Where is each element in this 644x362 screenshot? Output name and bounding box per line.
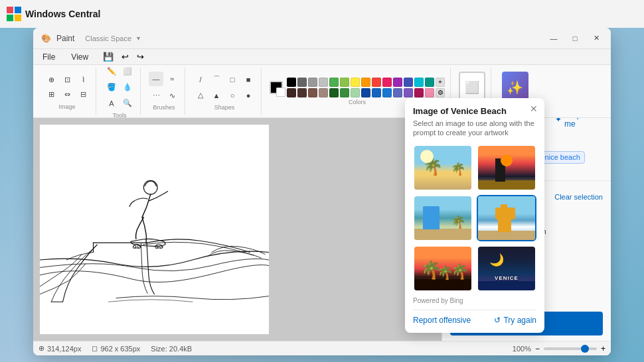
zoom-in-btn[interactable]: +	[601, 344, 605, 353]
popup-subtitle: Select an image to use along with the pr…	[413, 119, 536, 138]
image-tools-row: ⊕ ⊡ ⌇	[44, 73, 90, 88]
color-rose[interactable]	[425, 88, 434, 97]
close-button[interactable]: ✕	[587, 32, 605, 45]
shape-ellipse[interactable]: ○	[225, 88, 240, 103]
ribbon-section-tools: ✏️ ⬜ 🪣 💧 A 🔍 Tools	[99, 68, 141, 115]
beach-image-2[interactable]	[477, 145, 536, 191]
beach-image-5[interactable]: 🌴 🌴 🌴	[413, 245, 473, 292]
position-indicator: ⊕ 314,124px	[39, 344, 81, 353]
report-offensive-btn[interactable]: Report offensive	[413, 316, 471, 325]
site-title: Windows Central	[25, 9, 100, 19]
color-dark1[interactable]	[287, 88, 296, 97]
close-popup-button[interactable]: ✕	[527, 102, 540, 115]
shape-tri[interactable]: △	[193, 88, 208, 103]
beach-image-6[interactable]: VENICE 🌙	[477, 245, 536, 292]
minimize-button[interactable]: —	[544, 32, 563, 45]
color-black[interactable]	[287, 78, 296, 87]
warp-tool[interactable]: ⌇	[76, 73, 90, 88]
color-gray[interactable]	[308, 78, 317, 87]
color-lightgray[interactable]	[319, 78, 328, 87]
eyedropper-tool[interactable]: 💧	[120, 80, 135, 95]
zoom-tool[interactable]: 🔍	[120, 96, 135, 111]
image-picker-popup: ✕ Image of Venice Beach Select an image …	[405, 98, 544, 333]
beach-image-3[interactable]: 🌴	[413, 195, 473, 241]
position-icon: ⊕	[39, 344, 44, 353]
move-tool[interactable]: ⊕	[44, 73, 58, 88]
try-again-btn[interactable]: ↺ Try again	[494, 316, 536, 325]
beach-image-1[interactable]: 🌴 🌴	[413, 145, 473, 191]
color-lightgreen[interactable]	[351, 88, 360, 97]
save-icon[interactable]: 💾	[103, 52, 114, 62]
color-pink[interactable]	[382, 78, 392, 87]
color-teal[interactable]	[425, 78, 434, 87]
paint-icon: 🎨	[41, 34, 51, 43]
brush-btn-2[interactable]: ≈	[165, 72, 179, 86]
shape-tri-fill[interactable]: ▲	[209, 88, 224, 103]
text-tool[interactable]: A	[104, 96, 119, 111]
color-green2[interactable]	[340, 78, 349, 87]
color-midgreen[interactable]	[340, 88, 349, 97]
color-blue2[interactable]	[372, 88, 381, 97]
surprise-me-button[interactable]: ✦ Surprise me	[555, 118, 603, 129]
color-blue1[interactable]	[404, 78, 413, 87]
eraser-tool[interactable]: ⬜	[120, 64, 135, 79]
color-blue3[interactable]	[382, 88, 392, 97]
color-yellow[interactable]	[351, 78, 360, 87]
pencil-tool[interactable]: ✏️	[104, 64, 119, 79]
maximize-button[interactable]: □	[566, 32, 584, 45]
shape-ellipse-fill[interactable]: ●	[241, 88, 256, 103]
windows-logo	[7, 7, 21, 21]
zoom-thumb[interactable]	[581, 345, 589, 353]
color-darkgreen[interactable]	[329, 88, 339, 97]
color-violet[interactable]	[404, 88, 413, 97]
svg-point-7	[133, 245, 136, 249]
color-add[interactable]: +	[436, 78, 445, 87]
ribbon-section-brushes: — ≈ ⋯ ∿ Brushes	[143, 68, 185, 115]
window-titlebar: 🎨 Paint Classic Space ▾ — □ ✕	[33, 28, 611, 49]
shape-rect-fill[interactable]: ■	[241, 72, 256, 87]
clear-selection-btn[interactable]: Clear selection	[554, 186, 603, 208]
image-grid: 🌴 🌴 🌴	[413, 145, 536, 292]
color-green1[interactable]	[329, 78, 339, 87]
powered-by-bing: Powered by Bing	[413, 297, 536, 304]
redo-icon[interactable]: ↪	[137, 52, 144, 62]
beach-image-4[interactable]	[477, 195, 536, 241]
brushes-section-label: Brushes	[153, 104, 175, 111]
brush-btn-1[interactable]: —	[149, 72, 163, 86]
menu-view[interactable]: View	[67, 51, 92, 63]
svg-rect-1	[15, 7, 21, 13]
zoom-slider[interactable]	[544, 347, 597, 350]
color-indigo[interactable]	[393, 88, 402, 97]
shape-line[interactable]: /	[193, 72, 208, 87]
color-dark2[interactable]	[297, 88, 307, 97]
color-brown2[interactable]	[319, 88, 328, 97]
canvas-container	[33, 118, 442, 341]
tools-section-label: Tools	[112, 112, 126, 119]
menu-file[interactable]: File	[39, 51, 59, 63]
undo-icon[interactable]: ↩	[121, 52, 129, 62]
color-orange[interactable]	[361, 78, 370, 87]
color-gear[interactable]: ⚙	[436, 88, 445, 97]
file-size-indicator: Size: 20.4kB	[151, 345, 192, 353]
brush-btn-4[interactable]: ∿	[165, 88, 179, 103]
fill-tool[interactable]: 🪣	[104, 80, 119, 95]
shape-rect[interactable]: □	[225, 72, 240, 87]
image-tools-row2: ⊞ ⇔ ⊟	[44, 88, 90, 102]
crop-tool[interactable]: ⊡	[60, 73, 74, 88]
zoom-out-btn[interactable]: −	[535, 344, 540, 353]
arrange-tool[interactable]: ⊟	[76, 88, 90, 102]
color-cyan[interactable]	[414, 78, 424, 87]
color-purple[interactable]	[393, 78, 402, 87]
color-darkblue[interactable]	[361, 88, 370, 97]
color-magenta[interactable]	[414, 88, 424, 97]
canvas-drawing[interactable]	[40, 125, 269, 334]
svg-point-8	[137, 245, 141, 249]
color-brown1[interactable]	[308, 88, 317, 97]
flip-tool[interactable]: ⇔	[60, 88, 74, 102]
resize-tool[interactable]: ⊞	[44, 88, 58, 102]
dropdown-arrow[interactable]: ▾	[137, 34, 140, 42]
brush-btn-3[interactable]: ⋯	[149, 88, 163, 103]
color-darkgray[interactable]	[297, 78, 307, 87]
color-red[interactable]	[372, 78, 381, 87]
shape-curve[interactable]: ⌒	[209, 72, 224, 87]
